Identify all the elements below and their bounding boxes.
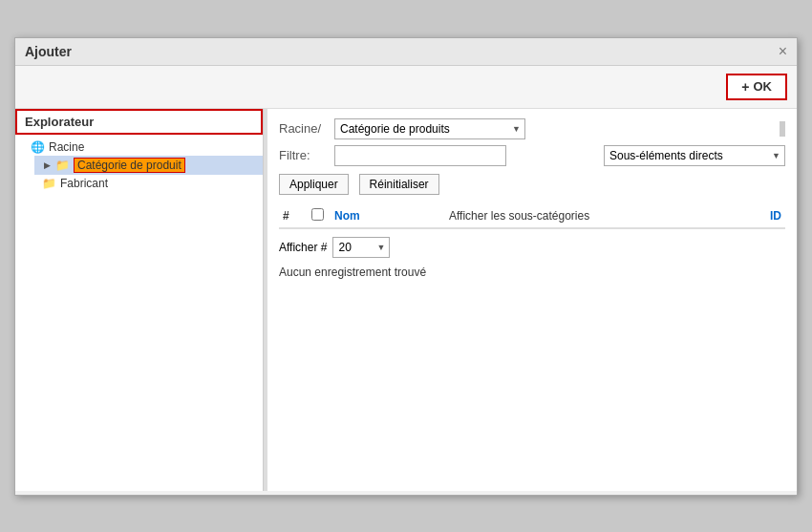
sous-elements-wrapper: Sous-éléments directs Tous les sous-élém…	[604, 145, 785, 166]
afficher-select[interactable]: 10 20 50 100	[332, 237, 390, 258]
col-hash: #	[279, 209, 308, 223]
folder-icon-categorie: 📁	[55, 159, 70, 172]
racine-select[interactable]: Catégorie de produits Fabricant Racine	[334, 118, 525, 139]
toolbar-row: + OK	[15, 66, 797, 109]
table-section: # Nom Afficher les sous-catégories ID Af…	[279, 204, 785, 279]
racine-row: Racine/ Catégorie de produits Fabricant …	[279, 118, 785, 139]
racine-select-wrapper: Catégorie de produits Fabricant Racine	[334, 118, 525, 139]
second-row: Filtre: Sous-éléments directs Tous les s…	[279, 145, 785, 166]
tree-item-categorie[interactable]: ▶ 📁 Catégorie de produit	[34, 156, 263, 175]
filtre-label: Filtre:	[279, 148, 327, 162]
tree: 🌐 Racine ▶ 📁 Catégorie de produit 📁 Fabr…	[15, 135, 263, 196]
sous-elements-select[interactable]: Sous-éléments directs Tous les sous-élém…	[604, 145, 785, 166]
folder-icon-fabricant: 📁	[42, 177, 56, 190]
dialog: Ajouter × + OK Explorateur 🌐 Racine ▶ 📁	[14, 37, 798, 496]
filtre-input[interactable]	[334, 145, 506, 166]
expand-icon-categorie: ▶	[42, 160, 52, 170]
right-panel: Racine/ Catégorie de produits Fabricant …	[267, 109, 797, 491]
afficher-select-wrapper: 10 20 50 100	[332, 237, 390, 258]
col-afficher: Afficher les sous-catégories	[445, 209, 728, 223]
col-id[interactable]: ID	[728, 209, 785, 223]
second-row-left: Filtre:	[279, 145, 506, 166]
sous-select-wrapper: Sous-éléments directs Tous les sous-élém…	[604, 145, 785, 166]
left-panel: Explorateur 🌐 Racine ▶ 📁 Catégorie de pr…	[15, 109, 264, 491]
tree-item-racine[interactable]: 🌐 Racine	[23, 138, 263, 156]
afficher-label: Afficher #	[279, 241, 327, 254]
tree-label-categorie: Catégorie de produit	[74, 158, 185, 173]
close-button[interactable]: ×	[779, 44, 787, 59]
dialog-titlebar: Ajouter ×	[15, 38, 797, 66]
select-all-checkbox[interactable]	[311, 208, 324, 221]
no-record-message: Aucun enregistrement trouvé	[279, 266, 785, 279]
dialog-title: Ajouter	[25, 44, 72, 59]
col-checkbox	[308, 208, 331, 223]
globe-icon: 🌐	[31, 140, 45, 154]
plus-icon: +	[741, 79, 749, 95]
col-nom[interactable]: Nom	[331, 209, 445, 223]
tree-item-fabricant[interactable]: 📁 Fabricant	[34, 175, 263, 192]
tree-label-racine: Racine	[49, 140, 84, 154]
appliquer-button[interactable]: Appliquer	[279, 174, 349, 195]
buttons-row: Appliquer Réinitialiser	[279, 174, 785, 195]
content-row: Explorateur 🌐 Racine ▶ 📁 Catégorie de pr…	[15, 109, 797, 491]
explorer-header: Explorateur	[15, 109, 263, 135]
ok-button[interactable]: + OK	[726, 74, 787, 100]
pagination-row: Afficher # 10 20 50 100	[279, 237, 785, 258]
tree-label-fabricant: Fabricant	[60, 177, 108, 190]
reinitialiser-button[interactable]: Réinitialiser	[359, 174, 439, 195]
ok-label: OK	[754, 79, 773, 94]
racine-label: Racine/	[279, 121, 327, 136]
table-header: # Nom Afficher les sous-catégories ID	[279, 204, 785, 229]
